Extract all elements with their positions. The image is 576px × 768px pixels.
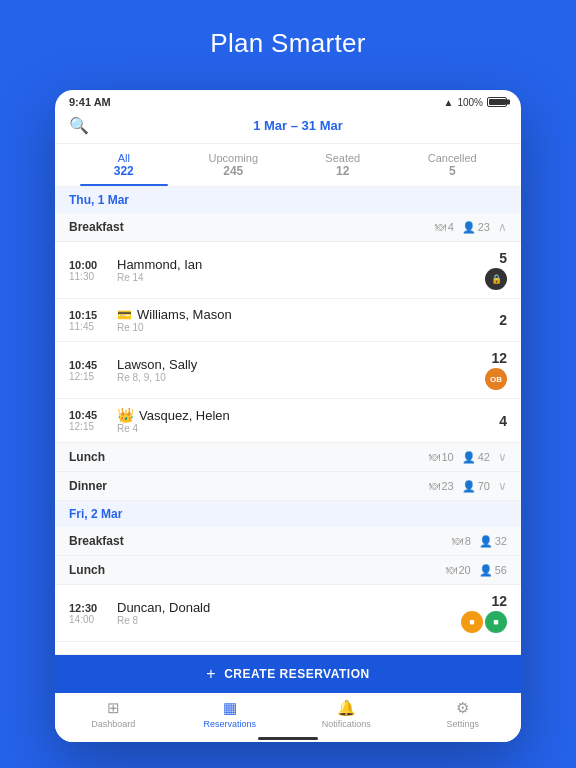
tab-all-label: All bbox=[118, 152, 130, 164]
status-badge-lawson: OB bbox=[485, 368, 507, 390]
table-count-breakfast-2: 8 bbox=[465, 535, 471, 547]
status-icons: ▲ 100% bbox=[444, 97, 507, 108]
name-col-hammond: Hammond, Ian Re 14 bbox=[117, 257, 475, 283]
meal-row-lunch-2[interactable]: Lunch 🍽 20 👤 56 bbox=[55, 556, 521, 585]
top-bar: 🔍 1 Mar – 31 Mar bbox=[55, 112, 521, 144]
tab-seated-label: Seated bbox=[325, 152, 360, 164]
guest-name-williams: 💳 Williams, Mason bbox=[117, 307, 489, 322]
guest-name-lawson: Lawson, Sally bbox=[117, 357, 475, 372]
tab-cancelled[interactable]: Cancelled 5 bbox=[398, 144, 508, 186]
notifications-icon: 🔔 bbox=[337, 699, 356, 717]
time-col-hammond: 10:00 11:30 bbox=[69, 259, 107, 282]
cover-icon-lunch: 👤 bbox=[462, 451, 476, 464]
name-col-vasquez: 👑 Vasquez, Helen Re 4 bbox=[117, 407, 489, 434]
search-icon[interactable]: 🔍 bbox=[69, 116, 89, 135]
reservation-hammond[interactable]: 10:00 11:30 Hammond, Ian Re 14 5 🔒 bbox=[55, 242, 521, 299]
collapse-breakfast-1[interactable]: ∧ bbox=[498, 220, 507, 234]
meal-row-breakfast-2[interactable]: Breakfast 🍽 8 👤 32 bbox=[55, 527, 521, 556]
date-range[interactable]: 1 Mar – 31 Mar bbox=[89, 118, 507, 133]
meal-row-lunch-1[interactable]: Lunch 🍽 10 👤 42 ∨ bbox=[55, 443, 521, 472]
pax-col-williams: 2 bbox=[499, 312, 507, 328]
pax-count-vasquez: 4 bbox=[499, 413, 507, 429]
wifi-icon: ▲ bbox=[444, 97, 454, 108]
schedule-content: Thu, 1 Mar Breakfast 🍽 4 👤 23 ∧ 10:00 11… bbox=[55, 187, 521, 679]
tab-upcoming[interactable]: Upcoming 245 bbox=[179, 144, 289, 186]
pax-count-duncan: 12 bbox=[491, 593, 507, 609]
nav-reservations[interactable]: ▦ Reservations bbox=[172, 699, 289, 729]
reservation-lawson[interactable]: 10:45 12:15 Lawson, Sally Re 8, 9, 10 12… bbox=[55, 342, 521, 399]
tab-upcoming-count: 245 bbox=[183, 164, 285, 178]
tabs-bar: All 322 Upcoming 245 Seated 12 Cancelled… bbox=[55, 144, 521, 187]
pax-col-hammond: 5 🔒 bbox=[485, 250, 507, 290]
table-icon-l2: 🍽 bbox=[446, 564, 457, 576]
reservation-williams[interactable]: 10:15 11:45 💳 Williams, Mason Re 10 2 bbox=[55, 299, 521, 342]
meal-stats-breakfast-2: 🍽 8 👤 32 bbox=[452, 535, 507, 548]
meal-stats-lunch-2: 🍽 20 👤 56 bbox=[446, 564, 508, 577]
tab-cancelled-label: Cancelled bbox=[428, 152, 477, 164]
guest-sub-duncan: Re 8 bbox=[117, 615, 451, 626]
app-title: Plan Smarter bbox=[0, 0, 576, 59]
reservations-icon: ▦ bbox=[223, 699, 237, 717]
cover-icon-b2: 👤 bbox=[479, 535, 493, 548]
expand-dinner-1[interactable]: ∨ bbox=[498, 479, 507, 493]
card-icon-williams: 💳 bbox=[117, 308, 132, 322]
nav-settings[interactable]: ⚙ Settings bbox=[405, 699, 522, 729]
status-bar: 9:41 AM ▲ 100% bbox=[55, 90, 521, 112]
tab-seated-count: 12 bbox=[292, 164, 394, 178]
time-col-williams: 10:15 11:45 bbox=[69, 309, 107, 332]
home-indicator bbox=[258, 737, 318, 740]
meal-stats-lunch-1: 🍽 10 👤 42 ∨ bbox=[429, 450, 508, 464]
table-icon-lunch: 🍽 bbox=[429, 451, 440, 463]
name-col-lawson: Lawson, Sally Re 8, 9, 10 bbox=[117, 357, 475, 383]
expand-lunch-1[interactable]: ∨ bbox=[498, 450, 507, 464]
tab-all[interactable]: All 322 bbox=[69, 144, 179, 186]
table-icon: 🍽 bbox=[435, 221, 446, 233]
dashboard-icon: ⊞ bbox=[107, 699, 120, 717]
nav-settings-label: Settings bbox=[446, 719, 479, 729]
meal-stats-dinner-1: 🍽 23 👤 70 ∨ bbox=[429, 479, 508, 493]
time-col-duncan: 12:30 14:00 bbox=[69, 602, 107, 625]
meal-name-lunch-1: Lunch bbox=[69, 450, 429, 464]
guest-name-vasquez: 👑 Vasquez, Helen bbox=[117, 407, 489, 423]
nav-dashboard-label: Dashboard bbox=[91, 719, 135, 729]
guest-name-hammond: Hammond, Ian bbox=[117, 257, 475, 272]
nav-notifications[interactable]: 🔔 Notifications bbox=[288, 699, 405, 729]
pax-count-williams: 2 bbox=[499, 312, 507, 328]
guest-sub-hammond: Re 14 bbox=[117, 272, 475, 283]
reservation-duncan[interactable]: 12:30 14:00 Duncan, Donald Re 8 12 ■ ■ bbox=[55, 585, 521, 642]
cover-count-dinner-1: 70 bbox=[478, 480, 490, 492]
badges-duncan: ■ ■ bbox=[461, 611, 507, 633]
table-count-dinner-1: 23 bbox=[442, 480, 454, 492]
cover-icon: 👤 bbox=[462, 221, 476, 234]
meal-row-breakfast-1[interactable]: Breakfast 🍽 4 👤 23 ∧ bbox=[55, 213, 521, 242]
device-frame: 9:41 AM ▲ 100% 🔍 1 Mar – 31 Mar All 322 … bbox=[55, 90, 521, 742]
name-col-williams: 💳 Williams, Mason Re 10 bbox=[117, 307, 489, 333]
tab-upcoming-label: Upcoming bbox=[208, 152, 258, 164]
crown-icon-vasquez: 👑 bbox=[117, 407, 134, 423]
meal-row-dinner-1[interactable]: Dinner 🍽 23 👤 70 ∨ bbox=[55, 472, 521, 501]
create-reservation-button[interactable]: + CREATE RESERVATION bbox=[55, 655, 521, 693]
guest-sub-williams: Re 10 bbox=[117, 322, 489, 333]
cover-count-lunch-2: 56 bbox=[495, 564, 507, 576]
cover-count-breakfast-2: 32 bbox=[495, 535, 507, 547]
pax-col-lawson: 12 OB bbox=[485, 350, 507, 390]
tab-cancelled-count: 5 bbox=[402, 164, 504, 178]
pax-count-hammond: 5 bbox=[499, 250, 507, 266]
table-icon-dinner: 🍽 bbox=[429, 480, 440, 492]
tab-all-count: 322 bbox=[73, 164, 175, 178]
day-header-fri: Fri, 2 Mar bbox=[55, 501, 521, 527]
cover-icon-l2: 👤 bbox=[479, 564, 493, 577]
tab-seated[interactable]: Seated 12 bbox=[288, 144, 398, 186]
nav-reservations-label: Reservations bbox=[203, 719, 256, 729]
cover-count-lunch-1: 42 bbox=[478, 451, 490, 463]
battery-text: 100% bbox=[457, 97, 483, 108]
guest-sub-vasquez: Re 4 bbox=[117, 423, 489, 434]
guest-name-duncan: Duncan, Donald bbox=[117, 600, 451, 615]
nav-bar: ⊞ Dashboard ▦ Reservations 🔔 Notificatio… bbox=[55, 693, 521, 733]
guest-sub-lawson: Re 8, 9, 10 bbox=[117, 372, 475, 383]
settings-icon: ⚙ bbox=[456, 699, 469, 717]
nav-dashboard[interactable]: ⊞ Dashboard bbox=[55, 699, 172, 729]
reservation-vasquez[interactable]: 10:45 12:15 👑 Vasquez, Helen Re 4 4 bbox=[55, 399, 521, 443]
table-icon-b2: 🍽 bbox=[452, 535, 463, 547]
status-badge-hammond: 🔒 bbox=[485, 268, 507, 290]
